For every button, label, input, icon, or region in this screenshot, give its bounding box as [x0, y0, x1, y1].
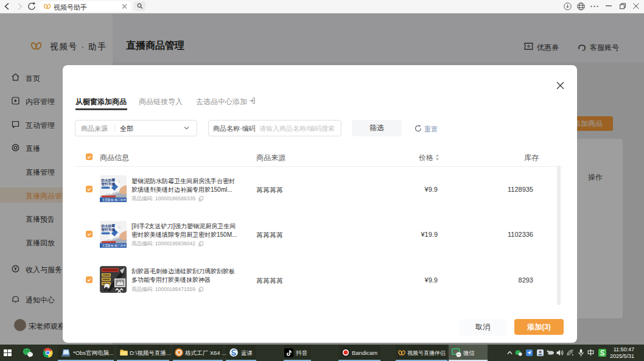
svg-text:无需胶枪 施工简单方便: 无需胶枪 施工简单方便	[102, 244, 127, 248]
svg-text:密封补漏: 密封补漏	[102, 182, 116, 186]
svg-text:密封补漏: 密封补漏	[102, 228, 116, 232]
svg-text:无需胶枪 施工简单方便: 无需胶枪 施工简单方便	[102, 198, 127, 202]
